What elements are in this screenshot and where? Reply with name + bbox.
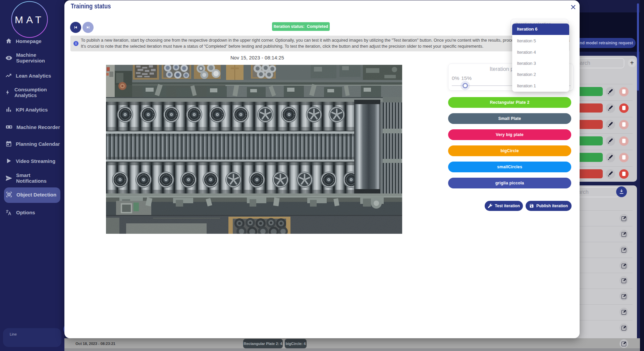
svg-text:MAT: MAT (15, 14, 44, 25)
